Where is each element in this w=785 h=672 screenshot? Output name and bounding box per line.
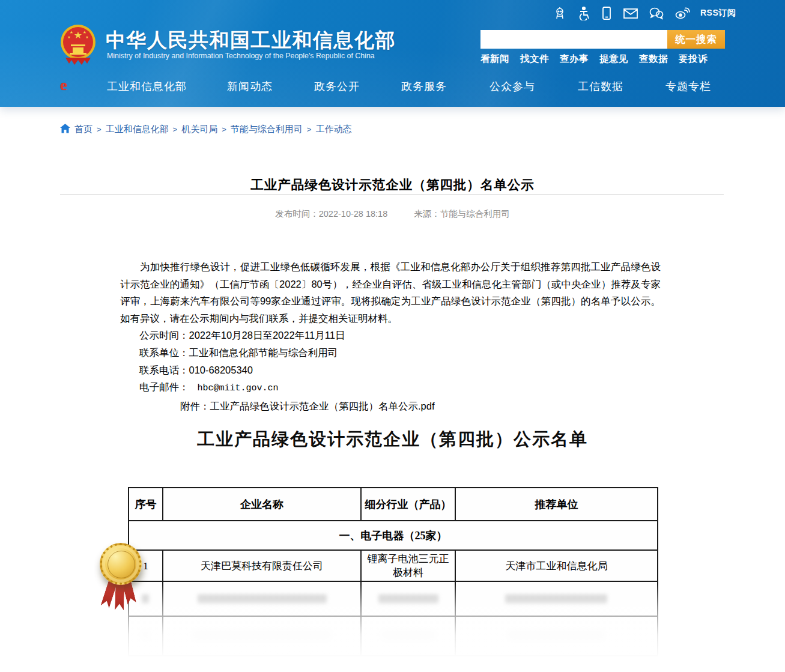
breadcrumb-home[interactable]: 首页 — [74, 124, 92, 135]
topbar-utility-icons: RSS订阅 — [553, 6, 736, 20]
col-header-no: 序号 — [129, 488, 163, 521]
quick-link-data[interactable]: 查数据 — [639, 53, 668, 65]
attachment-pdf-link[interactable]: 工业产品绿色设计示范企业（第四批）名单公示.pdf — [210, 401, 435, 411]
article-body: 为加快推行绿色设计，促进工业绿色低碳循环发展，根据《工业和信息化部办公厅关于组织… — [120, 258, 661, 414]
section-label: 一、电子电器（25家） — [129, 521, 658, 550]
svg-text:★: ★ — [74, 30, 82, 40]
breadcrumb: 首页 > 工业和信息化部 > 机关司局 > 节能与综合利用司 > 工作动态 — [60, 124, 351, 135]
cell-recommender: 天津市工业和信息化局 — [455, 550, 658, 581]
nav-item-miit[interactable]: 工业和信息化部 — [107, 79, 187, 94]
site-header: RSS订阅 ★ ★ ★ ★ ★ 中华人民共和国工业和信息化部 Ministry … — [0, 0, 785, 107]
table-header-row: 序号 企业名称 细分行业（产品） 推荐单位 — [129, 488, 658, 521]
contact-email-line: 电子邮件：hbc@miit.gov.cn — [139, 378, 661, 398]
gold-medal-badge — [96, 538, 148, 617]
table-row-blurred — [129, 616, 658, 656]
public-notice-period: 公示时间：2022年10月28日至2022年11月11日 — [139, 327, 661, 344]
miit-e-logo-icon: e — [60, 77, 76, 94]
cell-company: 天津巴莫科技有限责任公司 — [163, 550, 361, 581]
home-icon[interactable] — [60, 124, 70, 135]
breadcrumb-separator: > — [173, 125, 178, 134]
article-paragraph: 为加快推行绿色设计，促进工业绿色低碳循环发展，根据《工业和信息化部办公厅关于组织… — [120, 258, 661, 327]
nav-item-news[interactable]: 新闻动态 — [227, 79, 273, 94]
attachment-line: 附件：工业产品绿色设计示范企业（第四批）名单公示.pdf — [180, 398, 661, 415]
wechat-icon[interactable] — [649, 7, 664, 20]
quick-link-files[interactable]: 找文件 — [520, 53, 549, 65]
announcement-title: 工业产品绿色设计示范企业（第四批）公示名单 — [0, 428, 785, 452]
site-subtitle-english: Ministry of Industry and Information Tec… — [107, 52, 375, 60]
email-label: 电子邮件： — [139, 381, 189, 392]
quick-link-news[interactable]: 看新闻 — [480, 53, 509, 65]
publish-time: 发布时间：2022-10-28 18:18 — [275, 209, 387, 219]
weibo-icon[interactable] — [674, 7, 690, 20]
breadcrumb-miit[interactable]: 工业和信息化部 — [106, 124, 169, 135]
svg-text:★: ★ — [67, 35, 70, 39]
unified-search: 统一搜索 — [480, 30, 725, 49]
contact-unit: 联系单位：工业和信息化部节能与综合利用司 — [139, 344, 661, 362]
breadcrumb-work-updates[interactable]: 工作动态 — [315, 124, 351, 135]
announcement-table: 序号 企业名称 细分行业（产品） 推荐单位 一、电子电器（25家） 1 天津巴莫… — [128, 487, 658, 656]
table-section-row: 一、电子电器（25家） — [129, 521, 658, 550]
quick-link-feedback[interactable]: 提意见 — [599, 53, 628, 65]
page-title: 工业产品绿色设计示范企业（第四批）名单公示 — [0, 176, 785, 193]
nav-item-topics[interactable]: 专题专栏 — [665, 79, 711, 94]
article-source: 来源：节能与综合利用司 — [414, 209, 510, 219]
national-emblem-logo: ★ ★ ★ ★ ★ — [59, 22, 97, 68]
nav-item-gov-service[interactable]: 政务服务 — [401, 79, 447, 94]
breadcrumb-separator: > — [97, 125, 102, 134]
nav-item-data[interactable]: 工信数据 — [578, 79, 623, 94]
cell-industry: 锂离子电池三元正极材料 — [361, 550, 455, 581]
contact-phone: 联系电话：010-68205340 — [139, 362, 661, 379]
col-header-industry: 细分行业（产品） — [361, 488, 455, 521]
article-meta: 发布时间：2022-10-28 18:18 来源：节能与综合利用司 — [0, 208, 785, 220]
email-address: hbc@miit.gov.cn — [198, 383, 279, 393]
breadcrumb-departments[interactable]: 机关司局 — [181, 124, 217, 135]
site-title: 中华人民共和国工业和信息化部 — [106, 27, 396, 54]
breadcrumb-separator: > — [307, 125, 312, 134]
table-row-blurred — [129, 581, 658, 616]
search-input[interactable] — [480, 30, 667, 49]
medal-circle — [100, 543, 142, 585]
title-divider — [60, 194, 724, 195]
svg-text:★: ★ — [70, 30, 73, 34]
quick-links-row: 看新闻 找文件 查办事 提意见 查数据 要投诉 — [480, 53, 708, 65]
breadcrumb-energy-dept[interactable]: 节能与综合利用司 — [231, 124, 303, 135]
nav-item-gov-open[interactable]: 政务公开 — [314, 79, 360, 94]
mobile-icon[interactable] — [601, 6, 613, 20]
breadcrumb-separator: > — [222, 125, 226, 134]
robot-icon[interactable] — [553, 6, 567, 20]
table-row: 1 天津巴莫科技有限责任公司 锂离子电池三元正极材料 天津市工业和信息化局 — [129, 550, 658, 581]
quick-link-complaint[interactable]: 要投诉 — [679, 53, 708, 65]
rss-subscribe-link[interactable]: RSS订阅 — [700, 8, 736, 19]
col-header-company: 企业名称 — [163, 488, 361, 521]
col-header-recommender: 推荐单位 — [455, 488, 658, 521]
quick-link-services[interactable]: 查办事 — [560, 53, 589, 65]
svg-text:★: ★ — [85, 35, 88, 39]
unified-search-button[interactable]: 统一搜索 — [667, 30, 725, 49]
attachment-label: 附件： — [180, 401, 210, 411]
svg-text:★: ★ — [83, 30, 86, 34]
nav-item-participation[interactable]: 公众参与 — [489, 79, 535, 94]
mail-icon[interactable] — [623, 7, 638, 20]
accessibility-icon[interactable] — [577, 6, 590, 20]
